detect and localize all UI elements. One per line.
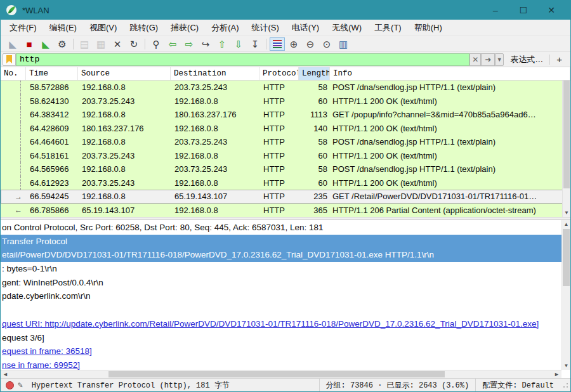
menu-item-e[interactable]: 编辑(E) xyxy=(43,20,83,36)
detail-tree-line[interactable]: gent: WinInetPost/0.0.4\r\n xyxy=(1,276,561,290)
detail-link-line[interactable]: equest in frame: 36518] xyxy=(1,344,561,358)
detail-tree-line[interactable]: pdate.cyberlink.com\r\n xyxy=(1,289,561,303)
packet-row[interactable]: 58.624130203.73.25.243192.168.0.8HTTP60H… xyxy=(1,95,570,108)
maximize-button[interactable]: ☐ xyxy=(509,1,537,19)
packet-row[interactable]: ←66.78586665.19.143.107192.168.0.8HTTP36… xyxy=(1,204,570,218)
detail-tree-line[interactable]: on Control Protocol, Src Port: 60258, Ds… xyxy=(1,221,561,235)
column-header-protocol[interactable]: Protocol xyxy=(259,67,299,80)
go-forward-icon[interactable]: ⇨ xyxy=(181,37,197,51)
menu-item-f[interactable]: 文件(F) xyxy=(3,20,43,36)
go-last-packet-icon[interactable]: ⇩ xyxy=(231,37,246,51)
detail-tree-line[interactable]: : bytes=0-1\r\n xyxy=(1,262,561,276)
detail-horizontal-scrollbar[interactable]: ◄ ► xyxy=(1,370,561,378)
scroll-up-arrow-icon[interactable]: ▲ xyxy=(562,221,570,227)
cell-protocol: HTTP xyxy=(259,108,299,122)
menu-item-y[interactable]: 电话(Y) xyxy=(286,20,325,36)
reload-file-icon[interactable]: ↻ xyxy=(126,37,141,51)
detail-tree-line[interactable]: etail/PowerDVD/DVD171031-01/TR171116-018… xyxy=(1,248,561,262)
colorize-icon[interactable] xyxy=(270,37,285,51)
find-packet-icon[interactable]: ⚲ xyxy=(148,37,164,51)
menu-item-g[interactable]: 跳转(G) xyxy=(123,20,164,36)
column-header-info[interactable]: Info xyxy=(330,67,570,80)
column-header-no[interactable]: No. xyxy=(1,67,26,80)
expression-button[interactable]: 表达式… xyxy=(504,54,549,65)
menu-item-w[interactable]: 无线(W) xyxy=(325,20,368,36)
filter-history-dropdown[interactable]: ▼ xyxy=(495,53,504,66)
scrollbar-thumb[interactable] xyxy=(563,229,570,286)
display-filter-bar: http ✕ ➜ ▼ 表达式… + xyxy=(1,52,570,67)
go-last-packet-icon-glyph: ⇩ xyxy=(235,39,243,49)
go-back-icon[interactable]: ⇦ xyxy=(165,37,180,51)
zoom-in-icon[interactable]: ⊕ xyxy=(286,37,301,51)
menu-item-v[interactable]: 视图(V) xyxy=(83,20,123,36)
scroll-down-arrow-icon[interactable]: ▼ xyxy=(563,210,570,216)
scroll-left-arrow-icon[interactable]: ◄ xyxy=(1,370,10,378)
capture-options-icon[interactable]: ⚙ xyxy=(55,37,70,51)
cell-length: 60 xyxy=(299,95,330,108)
cell-length: 235 xyxy=(299,190,330,204)
display-filter-input[interactable]: http xyxy=(16,53,469,66)
go-first-packet-icon[interactable]: ⇧ xyxy=(214,37,230,51)
stop-capture-icon[interactable]: ■ xyxy=(22,37,37,51)
filter-clear-button[interactable]: ✕ xyxy=(469,53,481,66)
detail-link-line[interactable]: nse in frame: 69952] xyxy=(1,358,561,370)
cell-destination: 65.19.143.107 xyxy=(171,190,259,204)
packet-row[interactable]: 64.565966192.168.0.8203.73.25.243HTTP58P… xyxy=(1,162,570,176)
cell-destination: 203.73.25.243 xyxy=(171,81,259,95)
cell-time: 58.572886 xyxy=(26,81,78,95)
packet-row[interactable]: 64.383412192.168.0.8180.163.237.176HTTP1… xyxy=(1,108,570,122)
packet-row[interactable]: 64.464601192.168.0.8203.73.25.243HTTP58P… xyxy=(1,135,570,149)
cell-no xyxy=(1,162,26,176)
column-header-time[interactable]: Time xyxy=(26,67,78,80)
cell-length: 140 xyxy=(299,122,330,136)
packet-row[interactable]: 58.572886192.168.0.8203.73.25.243HTTP58P… xyxy=(1,81,570,95)
scrollbar-thumb[interactable] xyxy=(563,81,570,188)
start-capture-icon[interactable]: ◣ xyxy=(5,37,20,51)
save-file-icon-glyph: ▦ xyxy=(96,39,105,49)
filter-apply-button[interactable]: ➜ xyxy=(481,53,495,66)
packet-list-scrollbar[interactable]: ▼ xyxy=(562,81,570,217)
expert-info-icon[interactable] xyxy=(6,381,14,389)
packet-list: 58.572886192.168.0.8203.73.25.243HTTP58P… xyxy=(1,81,570,217)
detail-tree-line[interactable]: equest 3/6] xyxy=(1,331,561,345)
packet-row[interactable]: →66.594245192.168.0.865.19.143.107HTTP23… xyxy=(1,190,570,204)
save-file-icon[interactable]: ▦ xyxy=(93,37,108,51)
scroll-down-arrow-icon[interactable]: ▼ xyxy=(562,363,570,369)
zoom-out-icon[interactable]: ⊖ xyxy=(303,37,318,51)
scroll-right-arrow-icon[interactable]: ► xyxy=(552,370,561,378)
auto-scroll-icon[interactable]: ↧ xyxy=(247,37,263,51)
column-header-length[interactable]: Length xyxy=(299,67,330,80)
menu-item-c[interactable]: 捕获(C) xyxy=(164,20,205,36)
go-to-packet-icon[interactable]: ↪ xyxy=(198,37,213,51)
capture-comment-icon[interactable]: ✎ xyxy=(18,380,23,390)
detail-tree-line[interactable] xyxy=(1,303,561,317)
cell-info: POST /dna/sendlog.jsp HTTP/1.1 (text/pla… xyxy=(330,81,570,95)
scrollbar-thumb[interactable] xyxy=(108,371,445,377)
filter-add-button[interactable]: + xyxy=(550,54,568,65)
column-header-destination[interactable]: Destination xyxy=(171,67,259,80)
packet-row[interactable]: 64.428609180.163.237.176192.168.0.8HTTP1… xyxy=(1,122,570,136)
detail-vertical-scrollbar[interactable]: ▲ ▼ xyxy=(561,220,570,370)
menu-item-t[interactable]: 工具(T) xyxy=(368,20,408,36)
filter-bookmark-button[interactable] xyxy=(3,53,16,66)
restart-capture-icon[interactable]: ◣ xyxy=(38,37,53,51)
menu-item-s[interactable]: 统计(S) xyxy=(245,20,285,36)
packet-row[interactable]: 64.518161203.73.25.243192.168.0.8HTTP60H… xyxy=(1,149,570,163)
status-profile[interactable]: 配置文件: Default xyxy=(475,379,560,391)
detail-link-line[interactable]: quest URI: http://update.cyberlink.com/R… xyxy=(1,317,561,331)
cell-destination: 192.168.0.8 xyxy=(171,122,259,136)
resize-grip[interactable] xyxy=(561,381,569,389)
zoom-reset-icon[interactable]: ⊙ xyxy=(319,37,334,51)
open-file-icon[interactable]: ▤ xyxy=(77,37,92,51)
close-button[interactable]: ✕ xyxy=(537,1,565,19)
packet-row[interactable]: 64.612923203.73.25.243192.168.0.8HTTP60H… xyxy=(1,176,570,190)
packet-detail-pane: on Control Protocol, Src Port: 60258, Ds… xyxy=(1,220,570,378)
cell-protocol: HTTP xyxy=(259,204,299,218)
detail-tree-line[interactable]: Transfer Protocol xyxy=(1,235,561,249)
close-file-icon[interactable]: ✕ xyxy=(110,37,125,51)
minimize-button[interactable]: – xyxy=(482,1,509,19)
column-header-source[interactable]: Source xyxy=(78,67,171,80)
menu-item-h[interactable]: 帮助(H) xyxy=(408,20,449,36)
menu-item-a[interactable]: 分析(A) xyxy=(205,20,245,36)
resize-columns-icon[interactable]: ▥ xyxy=(336,37,351,51)
